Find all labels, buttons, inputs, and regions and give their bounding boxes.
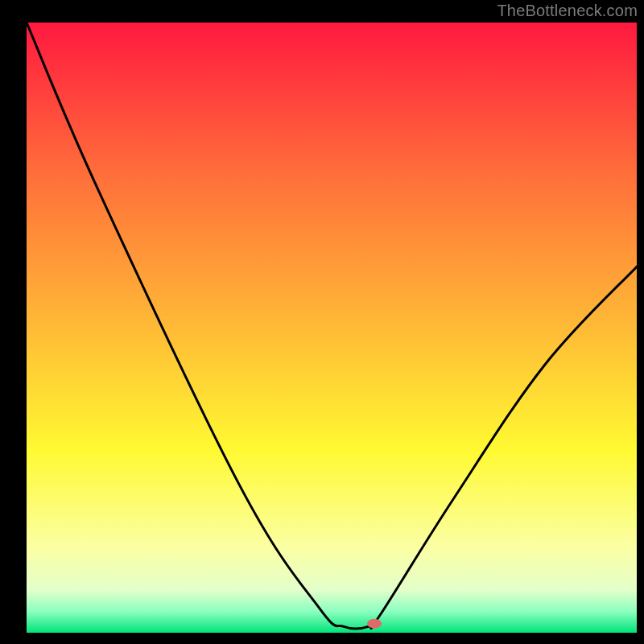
chart-frame: TheBottleneck.com (0, 0, 644, 644)
chart-svg (27, 23, 637, 633)
plot-area (27, 23, 637, 633)
gradient-background (27, 23, 637, 633)
attribution-text: TheBottleneck.com (497, 2, 638, 20)
optimal-marker (367, 619, 382, 629)
